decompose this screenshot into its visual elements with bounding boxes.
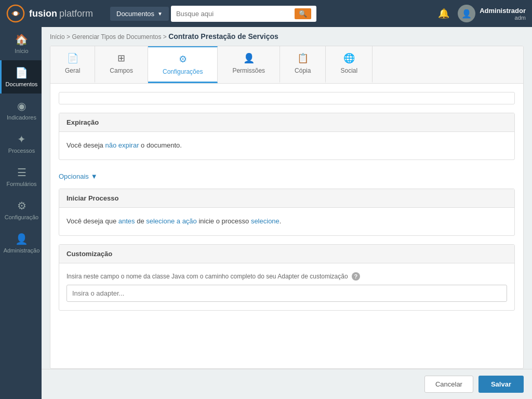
tab-campos-label: Campos (110, 67, 133, 74)
sidebar: 🏠 Início 📄 Documentos ◉ Indicadores ✦ Pr… (0, 27, 42, 399)
sidebar-item-configuracao[interactable]: ⚙ Configuração (0, 193, 42, 227)
breadcrumb-inicio[interactable]: Início (50, 33, 65, 41)
customizacao-title: Customização (66, 250, 112, 258)
campos-tab-icon: ⊞ (117, 52, 125, 64)
iniciar-text-mid2: inicie o processo (197, 217, 251, 225)
expiracao-link[interactable]: não expirar (105, 141, 139, 149)
iniciar-processo-body: Você deseja que antes de selecione a açã… (59, 208, 514, 235)
documents-dropdown-label: Documentos (116, 10, 154, 18)
logo-icon (6, 4, 25, 23)
user-area[interactable]: 👤 Administrador adm (458, 5, 526, 22)
iniciar-link-antes[interactable]: antes (118, 217, 135, 225)
user-name: Administrador (480, 7, 526, 15)
customizacao-label-text: Insira neste campo o nome da classe Java… (66, 273, 348, 280)
search-button[interactable]: 🔍 (295, 8, 311, 19)
iniciar-text-mid1: de (135, 217, 147, 225)
app-logo: fusion platform (6, 4, 100, 23)
breadcrumb-current: Contrato Prestação de Serviços (168, 32, 278, 41)
copia-tab-icon: 📋 (297, 52, 309, 64)
tab-campos[interactable]: ⊞ Campos (95, 46, 148, 83)
iniciar-processo-section: Iniciar Processo Você deseja que antes d… (59, 189, 515, 236)
tabs-bar: 📄 Geral ⊞ Campos ⚙ Configurações 👤 Permi… (50, 46, 523, 84)
documents-icon: 📄 (15, 66, 28, 79)
sidebar-item-indicadores[interactable]: ◉ Indicadores (0, 94, 42, 127)
partial-top-section (59, 92, 515, 104)
customizacao-body: Insira neste campo o nome da classe Java… (59, 263, 514, 310)
iniciar-link-selecione[interactable]: selecione (251, 217, 280, 225)
expiracao-text-before: Você deseja (66, 141, 105, 149)
search-input[interactable] (176, 10, 292, 18)
top-nav-right: 🔔 👤 Administrador adm (438, 5, 526, 22)
customizacao-adapter-input[interactable] (66, 285, 507, 302)
expiracao-body: Você deseja não expirar o documento. (59, 132, 514, 159)
sidebar-item-documentos[interactable]: 📄 Documentos (0, 60, 42, 94)
tab-copia[interactable]: 📋 Cópia (280, 46, 326, 83)
avatar: 👤 (458, 5, 475, 22)
processes-icon: ✦ (17, 133, 26, 145)
tab-social-label: Social (340, 67, 357, 74)
tab-permissoes[interactable]: 👤 Permissões (218, 46, 280, 83)
main-layout: 🏠 Início 📄 Documentos ◉ Indicadores ✦ Pr… (0, 27, 532, 399)
opcionais-label: Opcionais (59, 172, 89, 180)
tab-permissoes-label: Permissões (232, 67, 265, 74)
geral-tab-icon: 📄 (67, 52, 78, 64)
indicators-icon: ◉ (17, 100, 26, 112)
social-tab-icon: 🌐 (343, 52, 355, 64)
permissoes-tab-icon: 👤 (243, 52, 255, 64)
dropdown-caret-icon: ▼ (157, 11, 163, 17)
search-bar: 🔍 (171, 6, 316, 22)
sidebar-item-processos[interactable]: ✦ Processos (0, 127, 42, 160)
breadcrumb-sep1: > (66, 33, 72, 41)
home-icon: 🏠 (15, 33, 28, 46)
customizacao-section: Customização Insira neste campo o nome d… (59, 244, 515, 311)
content-area: Início > Gerenciar Tipos de Documentos >… (42, 27, 532, 399)
expiracao-title: Expiração (66, 118, 99, 126)
customizacao-field-label: Insira neste campo o nome da classe Java… (66, 272, 507, 282)
iniciar-processo-title: Iniciar Processo (66, 194, 118, 202)
tab-configuracoes[interactable]: ⚙ Configurações (148, 46, 218, 83)
app-name-bold: fusion (29, 8, 57, 19)
sidebar-label-inicio: Início (15, 48, 28, 54)
iniciar-text-end: . (280, 217, 282, 225)
opcionais-toggle[interactable]: Opcionais ▼ (59, 168, 98, 184)
iniciar-link-selecione-acao[interactable]: selecione a ação (146, 217, 197, 225)
sidebar-item-inicio[interactable]: 🏠 Início (0, 27, 42, 60)
sidebar-label-formularios: Formulários (6, 181, 36, 187)
sidebar-item-administracao[interactable]: 👤 Administração (0, 227, 42, 260)
sidebar-label-configuracao: Configuração (5, 214, 38, 220)
save-button[interactable]: Salvar (478, 376, 524, 393)
breadcrumb-sep2: > (163, 33, 168, 41)
settings-icon: ⚙ (17, 200, 26, 212)
tab-geral[interactable]: 📄 Geral (50, 46, 95, 83)
admin-icon: 👤 (15, 233, 28, 245)
top-navbar: fusion platform Documentos ▼ 🔍 🔔 👤 Admin… (0, 0, 532, 27)
document-panel: 📄 Geral ⊞ Campos ⚙ Configurações 👤 Permi… (50, 46, 524, 369)
forms-icon: ☰ (17, 166, 26, 179)
sidebar-item-formularios[interactable]: ☰ Formulários (0, 160, 42, 193)
cancel-button[interactable]: Cancelar (424, 376, 473, 393)
app-name-light: platform (59, 8, 93, 19)
expiracao-text-after: o documento. (139, 141, 182, 149)
notification-bell-icon[interactable]: 🔔 (438, 8, 449, 19)
expiracao-section: Expiração Você deseja não expirar o docu… (59, 113, 515, 160)
configuracoes-tab-icon: ⚙ (179, 54, 187, 65)
breadcrumb: Início > Gerenciar Tipos de Documentos >… (42, 27, 532, 46)
breadcrumb-gerenciar[interactable]: Gerenciar Tipos de Documentos (72, 33, 161, 41)
svg-point-1 (14, 11, 18, 16)
iniciar-text-before: Você deseja que (66, 217, 118, 225)
sidebar-label-indicadores: Indicadores (7, 114, 36, 121)
panel-content: Expiração Você deseja não expirar o docu… (50, 84, 523, 368)
help-icon[interactable]: ? (352, 272, 360, 281)
sidebar-label-administracao: Administração (4, 247, 40, 254)
documents-dropdown[interactable]: Documentos ▼ (110, 7, 169, 21)
tab-social[interactable]: 🌐 Social (326, 46, 373, 83)
opcionais-caret-icon: ▼ (91, 172, 98, 180)
tab-copia-label: Cópia (295, 67, 311, 74)
iniciar-processo-header: Iniciar Processo (59, 189, 514, 208)
expiracao-header: Expiração (59, 113, 514, 132)
tab-geral-label: Geral (65, 67, 80, 74)
tab-configuracoes-label: Configurações (163, 68, 203, 75)
sidebar-label-processos: Processos (8, 148, 35, 154)
customizacao-header: Customização (59, 245, 514, 263)
user-role: adm (515, 15, 526, 21)
